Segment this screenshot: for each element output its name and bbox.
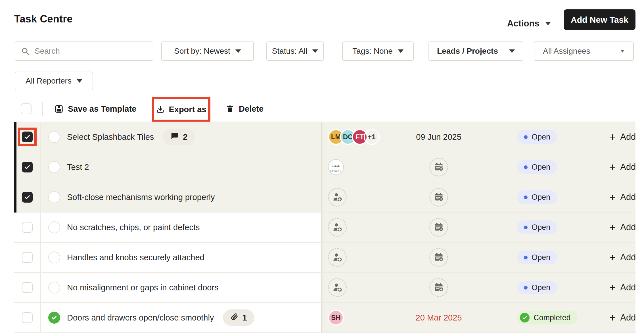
task-complete-toggle[interactable] — [48, 131, 60, 143]
status-badge[interactable]: Completed — [517, 311, 578, 324]
annotation-highlight-box — [18, 128, 37, 146]
attachments-badge[interactable]: 1 — [223, 309, 254, 326]
chevron-down-icon — [398, 49, 403, 53]
chevron-down-icon — [77, 79, 82, 83]
due-date-slot: 20 Mar 2025 — [396, 303, 481, 332]
task-title: Select Splashback Tiles — [67, 132, 154, 142]
logo-text: DESIGN — [330, 170, 342, 172]
add-button-label: Add — [620, 192, 635, 202]
reporters-filter-dropdown[interactable]: All Reporters — [15, 72, 93, 90]
calendar-add-icon — [434, 192, 444, 203]
status-badge[interactable]: Open — [517, 160, 557, 174]
add-button[interactable]: +Add — [609, 152, 635, 182]
add-new-task-button[interactable]: Add New Task — [564, 9, 635, 30]
row-checkbox-cell — [14, 122, 41, 152]
task-main-cell: Soft-close mechanisms working properly — [41, 182, 322, 212]
task-complete-toggle[interactable] — [48, 191, 60, 203]
status-label: Completed — [534, 313, 571, 322]
reporters-filter-label: All Reporters — [26, 76, 72, 86]
add-button-label: Add — [620, 313, 635, 323]
calendar-add-icon — [434, 162, 444, 173]
status-badge[interactable]: Open — [517, 130, 557, 144]
add-due-date-button[interactable] — [429, 248, 448, 267]
row-checkbox[interactable] — [22, 162, 33, 172]
task-title: Handles and knobs securely attached — [67, 253, 204, 262]
assignees-filter-label: All Assignees — [543, 47, 590, 56]
row-checkbox[interactable] — [22, 252, 33, 263]
add-due-date-button[interactable] — [429, 158, 448, 176]
row-checkbox[interactable] — [22, 192, 33, 203]
sort-by-dropdown[interactable]: Sort by: Newest — [161, 41, 254, 61]
task-meta-cell: Open+Add — [322, 213, 635, 242]
assign-person-button[interactable] — [328, 278, 347, 297]
add-button[interactable]: +Add — [609, 182, 635, 212]
row-checkbox[interactable] — [22, 282, 33, 293]
table-row: No misalignment or gaps in cabinet doors… — [14, 273, 635, 303]
status-filter-label: Status: All — [272, 47, 308, 56]
assign-person-button[interactable] — [328, 188, 347, 207]
due-date: 09 Jun 2025 — [416, 132, 461, 142]
select-all-checkbox[interactable] — [21, 103, 32, 114]
search-box[interactable] — [15, 41, 153, 61]
add-due-date-button[interactable] — [429, 188, 448, 207]
row-checkbox[interactable] — [22, 222, 33, 233]
row-checkbox[interactable] — [22, 132, 33, 142]
add-button-label: Add — [620, 162, 635, 172]
person-add-icon — [332, 282, 342, 293]
task-complete-toggle[interactable] — [48, 312, 60, 324]
status-badge[interactable]: Open — [517, 220, 557, 234]
status-dot-icon — [524, 226, 528, 229]
company-logo-avatar[interactable]: DESIGN — [328, 159, 344, 175]
status-filter-dropdown[interactable]: Status: All — [266, 41, 324, 61]
add-button[interactable]: +Add — [609, 303, 635, 332]
status-slot: Open — [517, 152, 557, 182]
row-checkbox-cell — [14, 273, 41, 302]
task-complete-toggle[interactable] — [48, 251, 60, 263]
add-button-label: Add — [620, 222, 635, 232]
add-due-date-button[interactable] — [429, 278, 448, 297]
table-row: Select Splashback Tiles2LMDCFT+109 Jun 2… — [14, 122, 635, 152]
badge-count: 1 — [242, 313, 247, 322]
page-title: Task Centre — [14, 13, 73, 25]
status-label: Open — [532, 133, 550, 141]
plus-icon: + — [609, 312, 616, 323]
row-checkbox[interactable] — [22, 312, 33, 323]
add-button[interactable]: +Add — [609, 122, 635, 152]
add-button[interactable]: +Add — [609, 213, 635, 242]
status-label: Open — [532, 253, 550, 262]
assignees-filter-dropdown[interactable]: All Assignees — [534, 41, 634, 61]
download-icon — [156, 105, 165, 114]
avatar[interactable]: SH — [328, 310, 344, 326]
assignee-slot: SH — [322, 303, 396, 332]
delete-button[interactable]: Delete — [226, 100, 264, 118]
task-title: Doors and drawers open/close smoothly — [67, 313, 214, 322]
add-button[interactable]: +Add — [609, 243, 635, 272]
avatar[interactable]: +1 — [364, 129, 380, 145]
status-badge[interactable]: Open — [517, 190, 557, 204]
comments-badge[interactable]: 2 — [163, 129, 195, 145]
person-add-icon — [332, 252, 342, 263]
search-input[interactable] — [35, 47, 147, 56]
logo-sketch-icon — [331, 162, 341, 170]
chevron-down-icon — [312, 49, 318, 53]
tags-filter-dropdown[interactable]: Tags: None — [342, 41, 414, 61]
leads-projects-dropdown[interactable]: Leads / Projects — [428, 41, 523, 61]
task-complete-toggle[interactable] — [48, 221, 60, 233]
export-as-button[interactable]: Export as — [152, 97, 210, 122]
add-due-date-button[interactable] — [429, 218, 448, 237]
add-button[interactable]: +Add — [609, 273, 635, 302]
add-button-label: Add — [620, 282, 635, 293]
add-button-label: Add — [620, 252, 635, 263]
task-complete-toggle[interactable] — [48, 282, 60, 294]
task-complete-toggle[interactable] — [48, 161, 60, 173]
save-as-template-button[interactable]: Save as Template — [55, 100, 136, 118]
plus-icon: + — [609, 222, 616, 233]
status-dot-icon — [524, 195, 528, 199]
plus-icon: + — [609, 192, 616, 203]
assign-person-button[interactable] — [328, 248, 347, 267]
actions-dropdown[interactable]: Actions — [507, 15, 551, 32]
assign-person-button[interactable] — [328, 218, 347, 237]
due-date: 20 Mar 2025 — [416, 313, 462, 322]
status-badge[interactable]: Open — [517, 251, 557, 264]
status-badge[interactable]: Open — [517, 281, 557, 294]
